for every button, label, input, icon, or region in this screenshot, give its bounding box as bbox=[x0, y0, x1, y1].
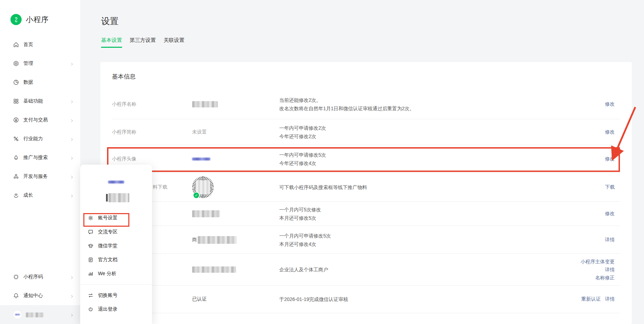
payment-yen-icon bbox=[13, 117, 19, 123]
sidebar-item-basic-features[interactable]: 基础功能 bbox=[0, 92, 80, 111]
account-menu-item[interactable] bbox=[0, 305, 80, 324]
modify-link[interactable]: 修改 bbox=[605, 156, 615, 161]
sidebar-item-growth[interactable]: 成长 bbox=[0, 186, 80, 205]
sidebar-item-label: 管理 bbox=[23, 60, 70, 67]
desc-line: 今年还可修改4次 bbox=[279, 159, 605, 167]
sidebar-item-label: 支付与交易 bbox=[23, 117, 70, 123]
menu-item-label: 官方文档 bbox=[98, 257, 118, 263]
menu-item-switch-account[interactable]: 切换账号 bbox=[80, 288, 152, 302]
row-hidden-label-1: 一个月内可5次修改 本月还可修改5次 修改 bbox=[112, 202, 620, 226]
row-desc: 一年内可申请修改2次 今年还可修改2次 bbox=[279, 124, 605, 141]
sidebar-item-data[interactable]: 数据 bbox=[0, 73, 80, 92]
row-mini-program-avatar: 小程序头像 一年内可申请修改5次 今年还可修改4次 修改 bbox=[112, 145, 620, 173]
chevron-right-icon bbox=[70, 193, 74, 197]
chevron-right-icon bbox=[70, 118, 74, 122]
menu-item-community[interactable]: 交流专区 bbox=[80, 225, 152, 239]
bar-chart-icon bbox=[88, 271, 93, 277]
menu-item-official-docs[interactable]: 官方文档 bbox=[80, 253, 152, 267]
row-value-prefix: 商 bbox=[192, 237, 197, 243]
reverify-link[interactable]: 重新认证 bbox=[581, 296, 601, 302]
sidebar-item-promotion[interactable]: 推广与搜索 bbox=[0, 148, 80, 167]
sidebar-bottom: 小程序码 通知中心 bbox=[0, 268, 80, 324]
row-desc: 当前还能修改2次。 改名次数将在自然年1月1日和微信认证审核通过后重置为2次。 bbox=[279, 96, 605, 113]
row-desc: 一个月内可5次修改 本月还可修改5次 bbox=[279, 205, 605, 222]
desc-line: 一个月内可申请修改5次 bbox=[279, 232, 605, 240]
details-link[interactable]: 详情 bbox=[605, 296, 615, 302]
menu-item-label: 账号设置 bbox=[98, 215, 118, 221]
details-link[interactable]: 详情 bbox=[605, 266, 615, 273]
menu-item-label: 退出登录 bbox=[98, 306, 118, 312]
brand: 小程序 bbox=[10, 14, 49, 25]
brand-title: 小程序 bbox=[26, 15, 49, 24]
sidebar-item-label: 推广与搜索 bbox=[23, 155, 70, 161]
sidebar-item-label: 首页 bbox=[23, 42, 74, 48]
bell-icon bbox=[13, 293, 19, 299]
row-hidden-label-3: 企业法人及个体工商户 小程序主体变更 详情 名称修正 bbox=[112, 254, 620, 286]
menu-item-we-analytics[interactable]: We 分析 bbox=[80, 267, 152, 281]
sidebar-item-manage[interactable]: 管理 bbox=[0, 54, 80, 73]
check-badge-icon: ✓ bbox=[193, 192, 200, 199]
manage-hexagon-icon bbox=[13, 60, 19, 67]
menu-item-wechat-academy[interactable]: 微信学堂 bbox=[80, 239, 152, 253]
section-title: 基本信息 bbox=[100, 62, 632, 81]
row-links: 重新认证 详情 bbox=[581, 296, 620, 302]
sidebar-item-mini-code[interactable]: 小程序码 bbox=[0, 268, 80, 286]
chevron-right-icon bbox=[70, 137, 74, 141]
row-value-blurred bbox=[192, 266, 279, 273]
row-desc: 于2026-01-19完成微信认证审核 bbox=[279, 295, 581, 303]
page-title: 设置 bbox=[101, 15, 119, 27]
subject-change-link[interactable]: 小程序主体变更 bbox=[581, 258, 615, 265]
growth-heart-icon bbox=[13, 192, 19, 198]
tab-third-party-settings[interactable]: 第三方设置 bbox=[130, 37, 156, 48]
menu-item-label: 交流专区 bbox=[98, 229, 118, 235]
features-grid-icon bbox=[13, 98, 19, 104]
row-value-blurred: 商 bbox=[192, 236, 279, 244]
menu-divider bbox=[80, 284, 152, 285]
row-material-download: 料下载 ✓ 可下载小程序码及搜索框等线下推广物料 下载 bbox=[112, 173, 620, 202]
sidebar-item-develop[interactable]: 开发与服务 bbox=[0, 167, 80, 186]
chevron-right-icon bbox=[70, 61, 74, 66]
tab-linked-settings[interactable]: 关联设置 bbox=[164, 37, 184, 48]
account-name-blurred bbox=[26, 312, 70, 317]
wechat-miniprogram-console: 小程序 首页 管理 数据 基础功能 支付与交易 bbox=[0, 0, 644, 324]
desc-line: 一个月内可5次修改 bbox=[279, 205, 605, 214]
popup-menu-list: 账号设置 交流专区 微信学堂 官方文档 We 分析 切换账号 bbox=[80, 211, 152, 316]
chevron-right-icon bbox=[70, 156, 74, 160]
mini-program-logo-icon bbox=[10, 14, 22, 25]
row-mini-program-short-name: 小程序简称 未设置 一年内可申请修改2次 今年还可修改2次 修改 bbox=[112, 119, 620, 145]
download-link[interactable]: 下载 bbox=[605, 184, 615, 190]
sidebar-item-home[interactable]: 首页 bbox=[0, 35, 80, 54]
home-icon bbox=[13, 42, 19, 48]
modify-link[interactable]: 修改 bbox=[605, 211, 615, 216]
account-popup-menu: 账号设置 交流专区 微信学堂 官方文档 We 分析 切换账号 bbox=[80, 165, 152, 324]
tab-basic-settings[interactable]: 基本设置 bbox=[101, 37, 122, 48]
chevron-right-icon bbox=[70, 294, 74, 298]
details-link[interactable]: 详情 bbox=[605, 237, 615, 242]
desc-line: 可下载小程序码及搜索框等线下推广物料 bbox=[279, 183, 605, 191]
sidebar-item-industry[interactable]: 行业能力 bbox=[0, 129, 80, 148]
modify-link[interactable]: 修改 bbox=[605, 129, 615, 135]
menu-item-label: 微信学堂 bbox=[98, 243, 118, 249]
menu-item-logout[interactable]: 退出登录 bbox=[80, 302, 152, 316]
row-value: 未设置 bbox=[192, 129, 279, 135]
basic-info-card: 基本信息 小程序名称 当前还能修改2次。 改名次数将在自然年1月1日和微信认证审… bbox=[100, 62, 632, 324]
develop-circles-icon bbox=[13, 173, 19, 180]
data-pie-icon bbox=[13, 79, 19, 85]
mini-program-avatar-logo bbox=[192, 158, 279, 160]
chat-bubble-icon bbox=[88, 229, 93, 235]
mini-code-image: ✓ bbox=[192, 176, 279, 198]
sidebar-nav: 首页 管理 数据 基础功能 支付与交易 bbox=[0, 35, 80, 205]
name-correction-link[interactable]: 名称修正 bbox=[595, 274, 615, 281]
desc-line: 一年内可申请修改2次 bbox=[279, 124, 605, 132]
menu-item-account-settings[interactable]: 账号设置 bbox=[80, 211, 152, 225]
desc-line: 企业法人及个体工商户 bbox=[279, 265, 581, 274]
swap-arrows-icon bbox=[88, 293, 93, 298]
sidebar-item-notifications[interactable]: 通知中心 bbox=[0, 286, 80, 305]
modify-link[interactable]: 修改 bbox=[605, 101, 615, 107]
row-hidden-label-2: 商 一个月内可申请修改5次 本月还可修改4次 详情 bbox=[112, 226, 620, 254]
row-desc: 企业法人及个体工商户 bbox=[279, 265, 581, 274]
document-icon bbox=[88, 257, 93, 263]
sidebar: 小程序 首页 管理 数据 基础功能 支付与交易 bbox=[0, 0, 80, 324]
row-value-blurred bbox=[192, 101, 279, 107]
sidebar-item-payment[interactable]: 支付与交易 bbox=[0, 111, 80, 129]
